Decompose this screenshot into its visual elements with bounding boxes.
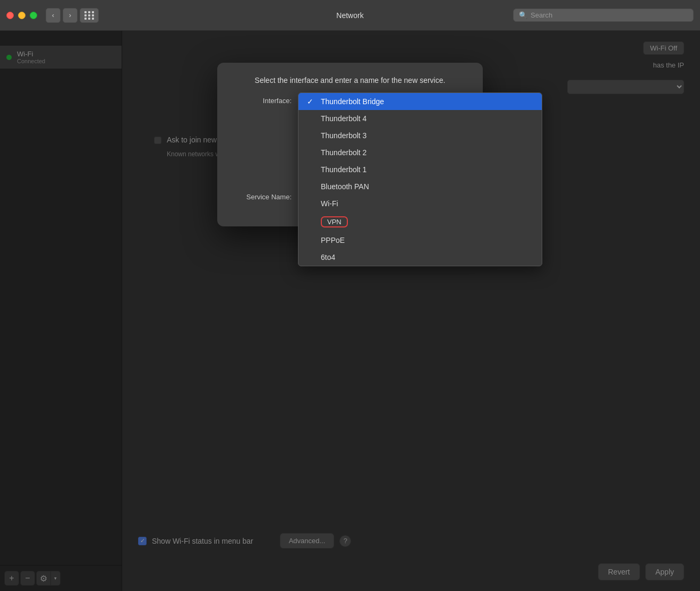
spacer bbox=[307, 148, 315, 157]
spacer bbox=[307, 182, 315, 191]
dropdown-item-wifi[interactable]: Wi-Fi bbox=[298, 195, 542, 212]
forward-button[interactable]: › bbox=[63, 8, 78, 23]
dropdown-item-label: Bluetooth PAN bbox=[321, 182, 369, 191]
search-icon: 🔍 bbox=[519, 11, 527, 19]
spacer bbox=[307, 236, 315, 244]
back-icon: ‹ bbox=[52, 11, 54, 19]
dropdown-item-label: Thunderbolt Bridge bbox=[321, 97, 384, 106]
right-panel: Wi-Fi Off has the IP network otspots Ask… bbox=[122, 31, 700, 591]
spacer bbox=[307, 253, 315, 261]
dropdown-item-thunderbolt-2[interactable]: Thunderbolt 2 bbox=[298, 144, 542, 161]
dropdown-item-label: Thunderbolt 3 bbox=[321, 131, 366, 140]
dropdown-item-label: Thunderbolt 1 bbox=[321, 165, 366, 174]
dropdown-item-vpn[interactable]: VPN bbox=[298, 212, 542, 232]
spacer bbox=[307, 218, 315, 226]
dropdown-item-thunderbolt-bridge[interactable]: ✓ Thunderbolt Bridge bbox=[298, 93, 542, 110]
dialog-overlay: Select the interface and enter a name fo… bbox=[0, 31, 700, 591]
dropdown-item-thunderbolt-4[interactable]: Thunderbolt 4 bbox=[298, 110, 542, 127]
service-name-label: Service Name: bbox=[233, 193, 292, 201]
vpn-circle-label: VPN bbox=[321, 216, 348, 227]
spacer bbox=[307, 165, 315, 174]
back-button[interactable]: ‹ bbox=[46, 8, 61, 23]
minimize-button[interactable] bbox=[18, 12, 25, 19]
dropdown-item-thunderbolt-3[interactable]: Thunderbolt 3 bbox=[298, 127, 542, 144]
titlebar: ‹ › Network 🔍 bbox=[0, 0, 700, 31]
grid-button[interactable] bbox=[80, 8, 99, 23]
forward-icon: › bbox=[69, 11, 71, 19]
nav-buttons: ‹ › bbox=[46, 8, 78, 23]
dropdown-item-label: Wi-Fi bbox=[321, 199, 338, 208]
dropdown-item-bluetooth-pan[interactable]: Bluetooth PAN bbox=[298, 178, 542, 195]
dropdown-item-label: Thunderbolt 4 bbox=[321, 114, 366, 123]
window-title: Network bbox=[336, 11, 363, 20]
traffic-lights bbox=[6, 12, 37, 19]
spacer bbox=[307, 131, 315, 140]
dropdown-item-label: 6to4 bbox=[321, 253, 335, 261]
new-service-dialog: Select the interface and enter a name fo… bbox=[217, 63, 483, 226]
dropdown-item-pppoe[interactable]: PPPoE bbox=[298, 232, 542, 249]
dropdown-item-6to4[interactable]: 6to4 bbox=[298, 249, 542, 266]
maximize-button[interactable] bbox=[30, 12, 37, 19]
dialog-title: Select the interface and enter a name fo… bbox=[233, 75, 467, 86]
grid-icon bbox=[84, 11, 95, 20]
spacer bbox=[307, 199, 315, 208]
dropdown-item-label: PPPoE bbox=[321, 236, 345, 244]
search-input[interactable] bbox=[531, 11, 688, 19]
interface-row: Interface: ✓ Thunderbolt Bridge Thunderb… bbox=[233, 97, 467, 105]
spacer bbox=[307, 114, 315, 123]
checkmark-icon: ✓ bbox=[307, 97, 315, 106]
interface-label: Interface: bbox=[233, 97, 292, 105]
close-button[interactable] bbox=[6, 12, 14, 19]
dropdown-item-thunderbolt-1[interactable]: Thunderbolt 1 bbox=[298, 161, 542, 178]
dropdown-item-label: Thunderbolt 2 bbox=[321, 148, 366, 157]
search-bar[interactable]: 🔍 bbox=[513, 9, 694, 22]
interface-dropdown-menu: ✓ Thunderbolt Bridge Thunderbolt 4 Thund… bbox=[298, 92, 542, 266]
main-content: Wi-Fi Connected + − ⚙ ▾ bbox=[0, 31, 700, 591]
